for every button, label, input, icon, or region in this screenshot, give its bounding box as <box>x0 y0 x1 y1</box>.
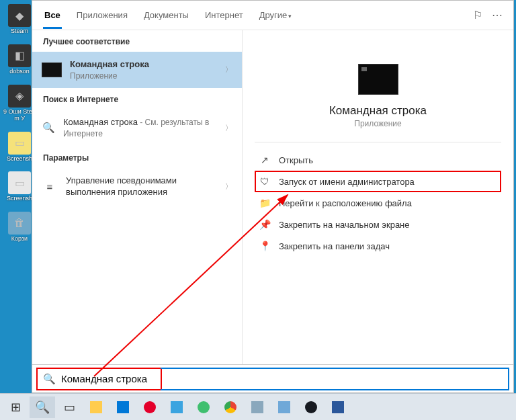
taskbar-opera[interactable] <box>137 396 163 418</box>
result-cmd[interactable]: Командная строка Приложение 〉 <box>32 52 242 88</box>
taskbar: ⊞ 🔍 ▭ <box>0 393 516 420</box>
chevron-right-icon: 〉 <box>225 123 232 133</box>
result-sub: Приложение <box>70 71 217 81</box>
start-button[interactable]: ⊞ <box>3 396 28 418</box>
taskbar-l[interactable] <box>164 396 189 418</box>
pin-icon: 📌 <box>259 219 271 230</box>
taskbar-word[interactable] <box>325 396 351 418</box>
sliders-icon: ≡ <box>42 179 58 193</box>
chevron-right-icon: 〉 <box>225 65 232 75</box>
folder-icon: 📁 <box>259 198 271 208</box>
result-web[interactable]: 🔍 Командная строка - См. результаты в Ин… <box>32 110 242 146</box>
preview-pane: Командная строка Приложение ↗Открыть 🛡За… <box>243 30 513 364</box>
pin-taskbar-icon: 📍 <box>259 241 271 251</box>
tab-all[interactable]: Все <box>43 2 62 28</box>
taskbar-settings[interactable] <box>245 396 270 418</box>
result-title: Командная строка <box>70 58 217 71</box>
tab-more[interactable]: Другие▾ <box>258 2 294 28</box>
search-tabs: Все Приложения Документы Интернет Другие… <box>32 1 513 30</box>
search-icon: 🔍 <box>42 121 55 134</box>
cmd-preview-icon <box>358 64 398 95</box>
search-panel: Все Приложения Документы Интернет Другие… <box>32 0 514 393</box>
tab-docs[interactable]: Документы <box>142 2 190 28</box>
taskbar-explorer[interactable] <box>83 396 109 418</box>
shield-icon: 🛡 <box>259 176 271 187</box>
desktop: ◆Steam ◧dobson ◈9 Оши Steam У ▭Screensh … <box>0 0 36 393</box>
cmd-icon <box>42 62 62 77</box>
action-pin-start[interactable]: 📌Закрепить на начальном экране <box>255 214 501 235</box>
more-icon[interactable]: ⋯ <box>492 9 503 22</box>
best-match-header: Лучшее соответствие <box>32 30 242 52</box>
action-open[interactable]: ↗Открыть <box>255 149 501 171</box>
taskbar-steam[interactable] <box>298 396 324 418</box>
tab-apps[interactable]: Приложения <box>75 2 129 28</box>
search-icon: 🔍 <box>43 373 56 385</box>
search-input[interactable] <box>61 373 155 384</box>
taskbar-mail[interactable] <box>110 396 136 418</box>
action-run-as-admin[interactable]: 🛡Запуск от имени администратора <box>255 171 501 192</box>
taskbar-chrome[interactable] <box>218 396 243 418</box>
preview-title: Командная строка <box>329 104 427 118</box>
action-open-location[interactable]: 📁Перейти к расположению файла <box>255 192 501 214</box>
web-header: Поиск в Интернете <box>32 88 242 110</box>
results-list: Лучшее соответствие Командная строка При… <box>32 30 243 364</box>
open-icon: ↗ <box>259 155 271 165</box>
chevron-right-icon: 〉 <box>225 181 232 192</box>
tab-web[interactable]: Интернет <box>204 2 245 28</box>
preview-actions: ↗Открыть 🛡Запуск от имени администратора… <box>255 142 501 263</box>
settings-header: Параметры <box>32 146 242 168</box>
taskbar-360[interactable] <box>191 396 216 418</box>
search-input-extension[interactable] <box>161 368 509 390</box>
chevron-down-icon: ▾ <box>288 13 292 19</box>
result-alias-settings[interactable]: ≡ Управление псевдонимами выполнения при… <box>32 168 242 205</box>
feedback-icon[interactable]: ⚐ <box>473 9 482 22</box>
search-strip: 🔍 <box>32 364 513 392</box>
taskbar-skype[interactable] <box>271 396 297 418</box>
preview-sub: Приложение <box>354 119 401 128</box>
action-pin-taskbar[interactable]: 📍Закрепить на панели задач <box>255 235 501 257</box>
taskbar-search[interactable]: 🔍 <box>30 396 55 418</box>
taskview-button[interactable]: ▭ <box>56 396 82 418</box>
